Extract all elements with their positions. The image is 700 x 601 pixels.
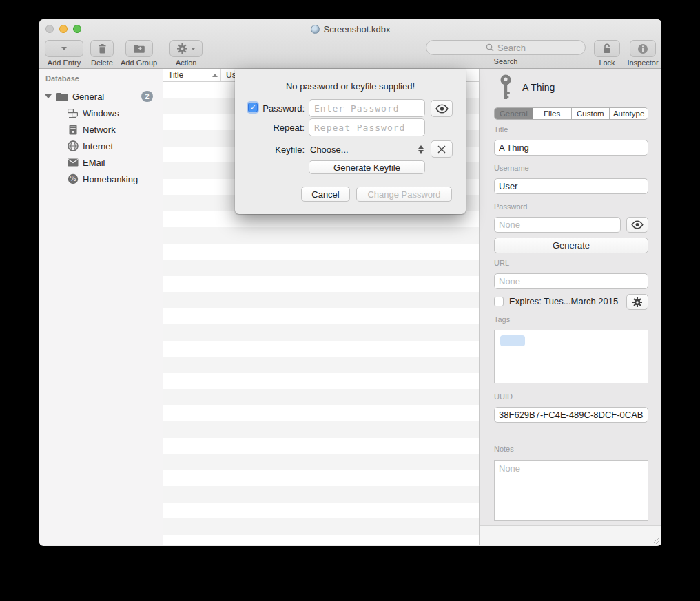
change-password-button[interactable]: Change Password (356, 187, 452, 202)
reveal-password-button[interactable] (626, 217, 648, 233)
search-input[interactable]: Search (426, 40, 586, 55)
add-entry-button[interactable]: Add Entry (45, 40, 83, 67)
password-field-label: Password (494, 202, 527, 211)
add-group-button[interactable]: Add Group (121, 40, 157, 67)
inspector-tabs: General Files Custom Autotype (494, 107, 648, 120)
title-field-label: Title (494, 125, 508, 134)
window-title: Screenshot.kdbx (324, 24, 391, 34)
password-label: Password: (235, 103, 305, 114)
sidebar-item-homebanking[interactable]: % Homebanking (39, 172, 163, 186)
username-field-label: Username (494, 164, 529, 172)
sidebar-item-label: EMail (83, 158, 105, 168)
uuid-field[interactable] (494, 407, 648, 423)
server-icon (67, 124, 79, 136)
stepper-icon (418, 145, 424, 154)
svg-text:%: % (70, 175, 76, 182)
action-label: Action (176, 59, 197, 67)
windows-network-icon (67, 107, 79, 119)
globe-icon (67, 140, 79, 152)
trash-icon (98, 43, 107, 54)
lock-button[interactable]: Lock (594, 40, 620, 67)
expires-label: Expires: Tues...March 2015 (509, 296, 618, 306)
generate-password-button[interactable]: Generate (494, 238, 648, 253)
delete-button[interactable]: Delete (90, 40, 114, 67)
title-bar[interactable]: Screenshot.kdbx (39, 19, 661, 39)
repeat-password-input[interactable] (309, 118, 425, 136)
sheet-message: No password or keyfile supplied! (235, 81, 466, 92)
inspector-panel: A Thing General Files Custom Autotype Ti… (480, 69, 661, 545)
delete-label: Delete (91, 59, 113, 67)
enter-password-input[interactable] (309, 99, 425, 117)
search-icon (486, 43, 494, 52)
reveal-password-button[interactable] (431, 100, 453, 117)
resize-grip[interactable] (653, 537, 660, 544)
tab-custom[interactable]: Custom (572, 108, 610, 119)
close-x-icon (438, 145, 446, 154)
gear-icon (177, 43, 187, 54)
percent-icon: % (67, 173, 79, 185)
tags-box[interactable] (494, 330, 648, 383)
tab-general[interactable]: General (495, 108, 533, 119)
group-count-badge: 2 (141, 91, 153, 102)
tag-token[interactable] (500, 335, 525, 346)
toolbar: Add Entry Delete Add Group (39, 39, 661, 69)
eye-icon (435, 104, 449, 114)
password-field[interactable] (494, 217, 621, 233)
chevron-down-icon (191, 48, 196, 50)
repeat-label: Repeat: (235, 123, 305, 133)
generate-keyfile-button[interactable]: Generate Keyfile (309, 160, 425, 174)
window-title-area: Screenshot.kdbx (39, 19, 661, 39)
sidebar-item-general[interactable]: General 2 (39, 89, 163, 103)
username-field[interactable] (494, 178, 648, 194)
search-area: Search Search (426, 40, 586, 65)
sidebar-item-label: Windows (83, 108, 119, 118)
lock-label: Lock (599, 59, 615, 67)
sidebar-item-email[interactable]: EMail (39, 156, 163, 169)
sidebar-item-label: General (72, 92, 104, 102)
info-icon (637, 43, 648, 54)
window-chrome: Screenshot.kdbx Add Entry (39, 19, 661, 69)
search-label: Search (494, 57, 518, 65)
sidebar-item-label: Homebanking (83, 174, 138, 184)
sidebar-item-windows[interactable]: Windows (39, 106, 163, 120)
add-group-label: Add Group (121, 59, 157, 67)
expires-checkbox[interactable] (494, 297, 504, 306)
tab-autotype[interactable]: Autotype (610, 108, 648, 119)
sidebar-item-internet[interactable]: Internet (39, 139, 163, 153)
expires-row: Expires: Tues...March 2015 (494, 296, 618, 306)
envelope-icon (67, 157, 79, 169)
sidebar-item-network[interactable]: Network (39, 123, 163, 136)
title-field[interactable] (494, 140, 648, 156)
sidebar: Database General 2 Windows Network (39, 69, 163, 545)
eye-icon (630, 220, 644, 229)
expires-settings-button[interactable] (626, 294, 648, 310)
notes-field[interactable] (494, 460, 648, 521)
clear-keyfile-button[interactable] (431, 140, 453, 158)
inspector-button[interactable]: Inspector (630, 40, 656, 67)
sidebar-item-label: Internet (83, 141, 113, 151)
tab-files[interactable]: Files (533, 108, 572, 119)
chevron-down-icon[interactable] (59, 41, 70, 56)
url-field[interactable] (494, 273, 648, 289)
tags-label: Tags (494, 315, 510, 324)
folder-icon (56, 91, 68, 103)
keyfile-label: Keyfile: (235, 145, 305, 155)
sidebar-item-label: Network (83, 125, 116, 135)
keyfile-popup[interactable]: Choose... (310, 140, 426, 158)
key-icon (498, 74, 513, 101)
app-window: Screenshot.kdbx Add Entry (39, 19, 661, 546)
lock-open-icon (602, 43, 612, 54)
gear-icon (632, 297, 642, 307)
inspector-label: Inspector (627, 59, 658, 67)
document-icon (311, 25, 320, 34)
disclosure-triangle-icon[interactable] (45, 94, 52, 98)
column-header-title[interactable]: Title (163, 69, 221, 81)
entry-title: A Thing (522, 82, 555, 93)
add-entry-label: Add Entry (48, 59, 81, 67)
cancel-button[interactable]: Cancel (301, 187, 350, 202)
change-password-sheet: No password or keyfile supplied! ✓ Passw… (235, 69, 466, 214)
sidebar-section-header: Database (45, 74, 79, 83)
notes-label: Notes (494, 445, 514, 453)
folder-plus-icon (134, 44, 145, 53)
action-button[interactable]: Action (169, 40, 203, 67)
